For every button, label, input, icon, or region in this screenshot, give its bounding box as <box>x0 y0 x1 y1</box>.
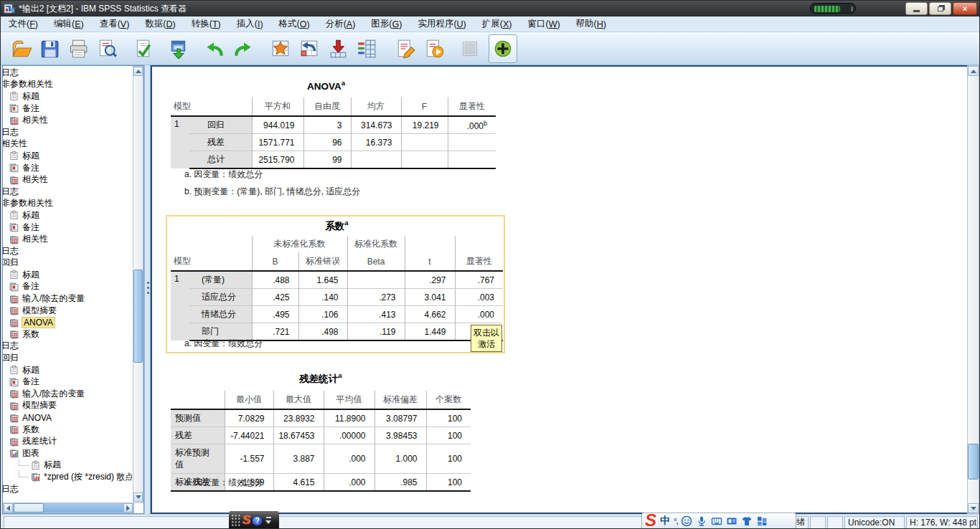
grid-button[interactable] <box>756 515 768 527</box>
outline-item[interactable]: 标题 <box>3 209 132 221</box>
outline-scroll-up-button[interactable] <box>133 67 143 76</box>
minimize-button[interactable] <box>905 2 928 15</box>
help-icon[interactable]: ? <box>252 515 263 526</box>
keyboard-button[interactable] <box>711 515 722 527</box>
content-scroll-up-button[interactable] <box>968 66 979 76</box>
outline-item[interactable]: 系数 <box>3 424 132 436</box>
redo-button[interactable] <box>229 34 258 63</box>
drag-handle-icon[interactable] <box>231 514 241 527</box>
variables-button[interactable] <box>352 34 381 63</box>
outline-item[interactable]: 非参数相关性 <box>3 79 132 91</box>
outline-item[interactable]: 模型摘要 <box>3 305 132 317</box>
outline-item[interactable]: 输入/除去的变量 <box>3 388 132 400</box>
menu-item-D[interactable]: 数据(D) <box>137 16 183 32</box>
pane-splitter[interactable] <box>144 65 151 514</box>
outline-item[interactable]: 回归 <box>3 352 132 364</box>
sogou-logo-icon[interactable]: S <box>242 513 250 528</box>
outline-scroll-left-button[interactable] <box>4 503 13 513</box>
coefficients-table[interactable]: 未标准化系数标准化系数模型B标准错误Betat显著性1(常量).4881.645… <box>171 236 503 341</box>
outline-item[interactable]: 非参数相关性 <box>3 198 132 210</box>
menu-item-E[interactable]: 编辑(E) <box>46 16 92 32</box>
run-script-button[interactable] <box>420 34 448 63</box>
outline-item[interactable]: 标题 <box>3 150 132 162</box>
goto-case-button[interactable] <box>266 34 295 63</box>
outline-item[interactable]: 日志 <box>3 186 132 198</box>
menu-item-U[interactable]: 实用程序(U) <box>410 16 473 32</box>
content-vscroll-thumb[interactable] <box>968 444 979 480</box>
close-button[interactable]: × <box>953 2 977 15</box>
menu-item-A[interactable]: 分析(A) <box>318 16 364 32</box>
recall-dialogs-button[interactable] <box>164 34 193 63</box>
outline-item[interactable]: 标题 <box>3 459 132 472</box>
collapse-icon[interactable] <box>266 517 271 518</box>
menu-item-G[interactable]: 图形(G) <box>363 16 410 32</box>
menu-item-T[interactable]: 转换(T) <box>184 16 229 32</box>
punctuation-toggle[interactable]: °, <box>674 517 677 525</box>
menu-item-X[interactable]: 扩展(X) <box>474 16 520 32</box>
outline-scroll-down-button[interactable] <box>133 492 143 502</box>
table-icon <box>9 305 19 315</box>
anova-table[interactable]: 模型平方和自由度均方F显著性1回归944.0193314.67319.219.0… <box>171 97 496 169</box>
outline-scroll-right-button[interactable] <box>123 503 133 513</box>
menu-item-V[interactable]: 查看(V) <box>92 16 138 32</box>
sogou-mini-bar[interactable]: S ? <box>229 511 279 529</box>
menu-item-H[interactable]: 帮助(H) <box>568 16 614 32</box>
outline-item[interactable]: 相关性 <box>3 138 132 151</box>
outline-item[interactable]: ANOVA <box>3 316 132 328</box>
input-mode-toggle[interactable]: 中 <box>660 515 670 528</box>
grid-icon <box>756 515 768 527</box>
export-button[interactable] <box>128 34 157 63</box>
outline-item[interactable]: 回归 <box>3 257 132 270</box>
outline-item[interactable]: 日志 <box>3 245 132 257</box>
print-button[interactable] <box>64 34 93 63</box>
sogou-logo-icon[interactable]: S <box>645 513 656 528</box>
outline-item[interactable]: 标题 <box>3 90 132 103</box>
outline-item-label: 系数 <box>22 328 39 340</box>
save-button[interactable] <box>35 34 64 63</box>
outline-item[interactable]: 日志 <box>3 340 132 353</box>
goto-variable-button[interactable] <box>295 34 324 63</box>
outline-item[interactable]: *zpred (按 *zresid) 散点 <box>3 471 132 483</box>
smiley-button[interactable] <box>681 515 692 527</box>
outline-item[interactable]: 残差统计 <box>3 435 132 447</box>
restore-button[interactable] <box>929 2 951 15</box>
dimensions-status: H: 176, W: 448 pt. <box>906 516 978 529</box>
outline-item[interactable]: 系数 <box>3 328 132 340</box>
minimize-icon <box>913 10 920 12</box>
menu-item-O[interactable]: 格式(O) <box>271 16 318 32</box>
outline-item[interactable]: 备注 <box>3 221 132 234</box>
skin-icon <box>741 515 753 527</box>
outline-item[interactable]: 日志 <box>3 67 132 79</box>
outline-item[interactable]: 备注 <box>3 281 132 293</box>
outline-item[interactable]: 相关性 <box>3 114 132 126</box>
content-scroll-down-button[interactable] <box>968 503 979 513</box>
menu-item-F[interactable]: 文件(F) <box>1 16 46 32</box>
outline-item[interactable]: 标题 <box>3 364 132 376</box>
open-button[interactable] <box>6 34 35 63</box>
skin-button[interactable] <box>741 515 753 527</box>
name-card-button[interactable] <box>726 515 738 527</box>
print-preview-button[interactable] <box>93 34 121 63</box>
outline-item[interactable]: 日志 <box>3 126 132 138</box>
outline-item[interactable]: 备注 <box>3 376 132 388</box>
outline-item[interactable]: 日志 <box>3 483 132 495</box>
outline-vscroll-thumb[interactable] <box>133 270 143 363</box>
insert-variable-button[interactable] <box>324 34 352 63</box>
edit-output-button[interactable] <box>391 34 420 63</box>
outline-hscroll-thumb[interactable] <box>14 503 44 513</box>
outline-item[interactable]: 相关性 <box>3 173 132 186</box>
menu-item-W[interactable]: 窗口(W) <box>519 16 567 32</box>
outline-item[interactable]: 图表 <box>3 447 132 459</box>
outline-item[interactable]: 模型摘要 <box>3 400 132 412</box>
expand-menu-icon[interactable] <box>265 520 271 524</box>
undo-button[interactable] <box>200 34 229 63</box>
outline-item[interactable]: 相关性 <box>3 233 132 245</box>
outline-item[interactable]: ANOVA <box>3 411 132 424</box>
outline-item[interactable]: 备注 <box>3 162 132 174</box>
outline-item[interactable]: 输入/除去的变量 <box>3 292 132 305</box>
outline-item[interactable]: 备注 <box>3 103 132 115</box>
activate-selection-button[interactable] <box>489 34 517 63</box>
outline-item[interactable]: 标题 <box>3 269 132 281</box>
menu-item-I[interactable]: 插入(I) <box>229 16 271 32</box>
microphone-button[interactable] <box>696 515 707 527</box>
